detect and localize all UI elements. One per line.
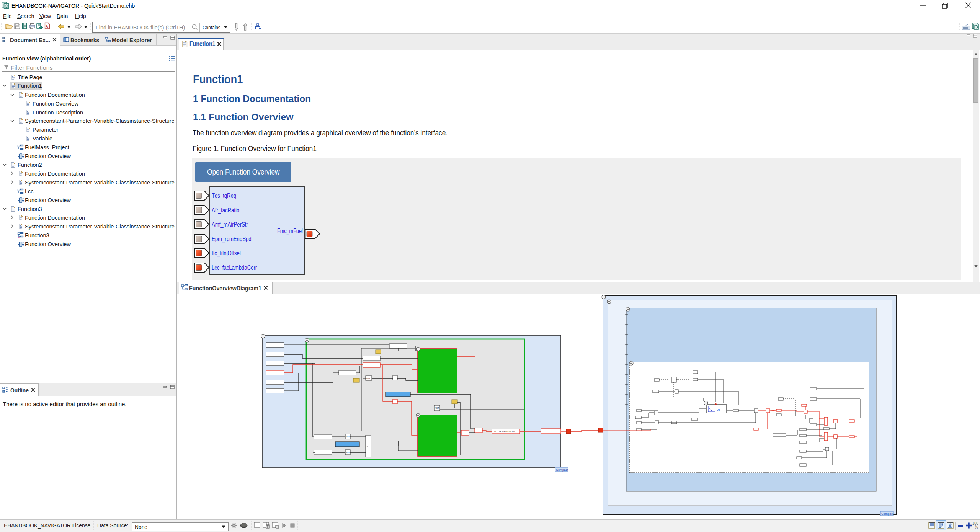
svg-text:min: min <box>366 377 370 380</box>
svg-text:NOT: NOT <box>346 436 350 438</box>
svg-text:Compact: Compact <box>556 468 568 472</box>
svg-text:Compact: Compact <box>881 512 894 516</box>
svg-text:NOT: NOT <box>346 451 350 454</box>
svg-text:NOT: NOT <box>435 407 439 409</box>
svg-text:Lcc_facLambdaCorr: Lcc_facLambdaCorr <box>494 430 515 432</box>
svg-text:DT: DT <box>717 408 720 411</box>
